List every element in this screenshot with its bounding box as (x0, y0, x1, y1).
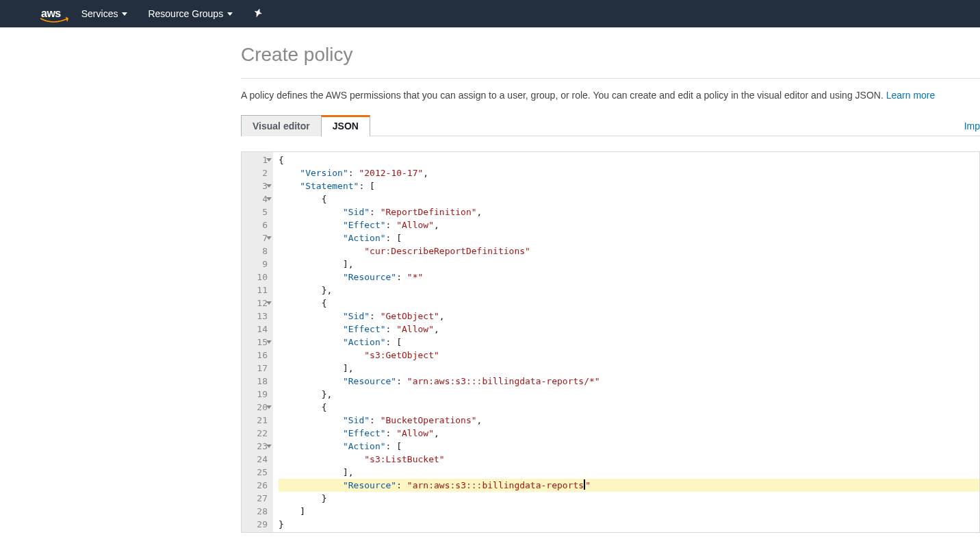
line-number: 24 (248, 453, 268, 466)
page-title: Create policy (241, 44, 980, 66)
line-number: 2 (248, 166, 268, 179)
nav-services[interactable]: Services (81, 8, 128, 19)
line-number: 11 (248, 284, 268, 297)
line-number: 10 (248, 271, 268, 284)
code-line[interactable]: "Effect": "Allow", (279, 323, 979, 336)
json-editor[interactable]: 1234567891011121314151617181920212223242… (241, 151, 980, 533)
page-description: A policy defines the AWS permissions tha… (241, 90, 980, 101)
main-content: Create policy A policy defines the AWS p… (0, 27, 980, 533)
code-line[interactable]: "Effect": "Allow", (279, 218, 979, 231)
line-number: 17 (248, 362, 268, 375)
code-line[interactable]: ], (279, 466, 979, 479)
chevron-down-icon (227, 12, 233, 16)
tab-row: Visual editor JSON Imp (241, 114, 980, 136)
line-number: 3 (248, 179, 268, 192)
aws-swoosh-icon (40, 17, 68, 24)
line-number: 21 (248, 414, 268, 427)
code-line[interactable]: "s3:GetObject" (279, 349, 979, 362)
line-number: 26 (248, 479, 268, 492)
line-number: 27 (248, 492, 268, 505)
code-line[interactable]: "Version": "2012-10-17", (279, 166, 979, 179)
line-number: 20 (248, 401, 268, 414)
line-number: 25 (248, 466, 268, 479)
code-line[interactable]: "Effect": "Allow", (279, 427, 979, 440)
code-line[interactable]: "Resource": "arn:aws:s3:::billingdata-re… (279, 479, 979, 492)
code-line[interactable]: "Sid": "ReportDefinition", (279, 205, 979, 218)
code-line[interactable]: "Sid": "GetObject", (279, 310, 979, 323)
code-line[interactable]: { (279, 192, 979, 205)
code-line[interactable]: "Action": [ (279, 231, 979, 245)
code-line[interactable]: { (279, 297, 979, 310)
line-number: 16 (248, 349, 268, 362)
divider (241, 78, 980, 79)
code-line[interactable]: { (279, 153, 979, 166)
nav-resource-groups[interactable]: Resource Groups (148, 8, 233, 19)
code-line[interactable]: } (279, 492, 979, 505)
pin-icon[interactable] (253, 8, 263, 20)
tabs: Visual editor JSON (241, 114, 370, 136)
editor-code[interactable]: { "Version": "2012-10-17", "Statement": … (273, 152, 979, 532)
code-line[interactable]: "Resource": "*" (279, 271, 979, 284)
editor-gutter: 1234567891011121314151617181920212223242… (242, 152, 273, 532)
tab-json[interactable]: JSON (321, 115, 370, 136)
code-line[interactable]: ], (279, 258, 979, 271)
line-number: 14 (248, 323, 268, 336)
code-line[interactable]: "Action": [ (279, 440, 979, 453)
nav-resource-groups-label: Resource Groups (148, 8, 223, 19)
line-number: 7 (248, 231, 268, 245)
code-line[interactable]: "Statement": [ (279, 179, 979, 192)
line-number: 19 (248, 388, 268, 401)
line-number: 9 (248, 258, 268, 271)
code-line[interactable]: "cur:DescribeReportDefinitions" (279, 245, 979, 258)
aws-logo[interactable]: aws (41, 8, 61, 20)
code-line[interactable]: "s3:ListBucket" (279, 453, 979, 466)
line-number: 15 (248, 336, 268, 349)
code-line[interactable]: }, (279, 284, 979, 297)
import-link[interactable]: Imp (964, 121, 980, 131)
code-line[interactable]: } (279, 518, 979, 531)
top-nav: aws Services Resource Groups (0, 0, 980, 27)
code-line[interactable]: ], (279, 362, 979, 375)
learn-more-link[interactable]: Learn more (886, 90, 936, 101)
description-text: A policy defines the AWS permissions tha… (241, 90, 886, 101)
code-line[interactable]: }, (279, 388, 979, 401)
line-number: 22 (248, 427, 268, 440)
line-number: 1 (248, 153, 268, 166)
nav-services-label: Services (81, 8, 118, 19)
code-line[interactable]: "Resource": "arn:aws:s3:::billingdata-re… (279, 375, 979, 388)
chevron-down-icon (122, 12, 127, 16)
code-line[interactable]: ] (279, 505, 979, 518)
line-number: 28 (248, 505, 268, 518)
line-number: 4 (248, 192, 268, 205)
tab-visual-editor[interactable]: Visual editor (241, 115, 322, 136)
line-number: 23 (248, 440, 268, 453)
line-number: 13 (248, 310, 268, 323)
code-line[interactable]: { (279, 401, 979, 414)
line-number: 8 (248, 245, 268, 258)
line-number: 6 (248, 218, 268, 231)
code-line[interactable]: "Sid": "BucketOperations", (279, 414, 979, 427)
line-number: 5 (248, 205, 268, 218)
line-number: 12 (248, 297, 268, 310)
code-line[interactable]: "Action": [ (279, 336, 979, 349)
line-number: 18 (248, 375, 268, 388)
line-number: 29 (248, 518, 268, 531)
